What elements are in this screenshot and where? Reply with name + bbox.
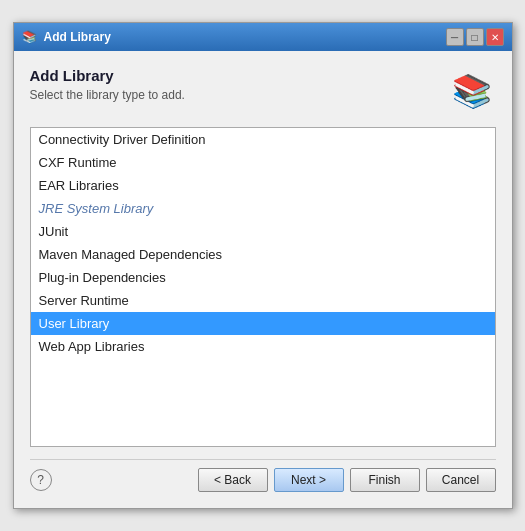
finish-button[interactable]: Finish [350,468,420,492]
list-item[interactable]: CXF Runtime [31,151,495,174]
list-item[interactable]: JRE System Library [31,197,495,220]
list-item[interactable]: Connectivity Driver Definition [31,128,495,151]
list-item[interactable]: Web App Libraries [31,335,495,358]
help-button[interactable]: ? [30,469,52,491]
page-header: Add Library Select the library type to a… [30,67,496,115]
window-title: Add Library [44,30,111,44]
list-item[interactable]: EAR Libraries [31,174,495,197]
page-title: Add Library [30,67,185,84]
maximize-button[interactable]: □ [466,28,484,46]
list-item[interactable]: Server Runtime [31,289,495,312]
title-bar: 📚 Add Library ─ □ ✕ [14,23,512,51]
title-bar-left: 📚 Add Library [22,29,111,45]
cancel-button[interactable]: Cancel [426,468,496,492]
minimize-button[interactable]: ─ [446,28,464,46]
page-header-text: Add Library Select the library type to a… [30,67,185,102]
list-item[interactable]: JUnit [31,220,495,243]
list-item[interactable]: Plug-in Dependencies [31,266,495,289]
window-content: Add Library Select the library type to a… [14,51,512,508]
page-subtitle: Select the library type to add. [30,88,185,102]
footer-right: < Back Next > Finish Cancel [198,468,496,492]
list-item[interactable]: Maven Managed Dependencies [31,243,495,266]
next-button[interactable]: Next > [274,468,344,492]
library-list[interactable]: Connectivity Driver DefinitionCXF Runtim… [30,127,496,447]
add-library-window: 📚 Add Library ─ □ ✕ Add Library Select t… [13,22,513,509]
footer-left: ? [30,469,52,491]
footer: ? < Back Next > Finish Cancel [30,459,496,492]
close-button[interactable]: ✕ [486,28,504,46]
back-button[interactable]: < Back [198,468,268,492]
window-icon: 📚 [22,29,38,45]
header-icon: 📚 [448,67,496,115]
list-item[interactable]: User Library [31,312,495,335]
title-buttons: ─ □ ✕ [446,28,504,46]
